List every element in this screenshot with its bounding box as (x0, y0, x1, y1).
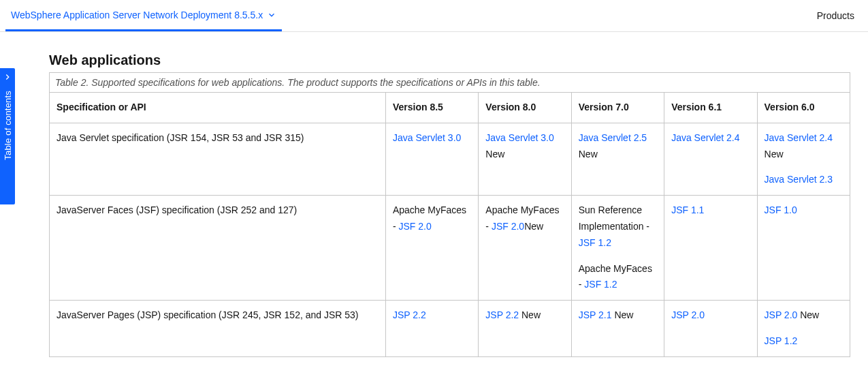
page-content: Web applications Table 2. Supported spec… (0, 32, 868, 381)
spec-link[interactable]: Java Servlet 2.3 (765, 174, 833, 185)
table-cell: JSP 2.1 New (571, 301, 664, 357)
spec-link[interactable]: JSF 1.2 (579, 237, 611, 248)
cell-text: New (797, 309, 819, 320)
spec-link[interactable]: JSP 2.2 (485, 309, 519, 320)
cell-text: New (765, 149, 784, 159)
chevron-right-icon (3, 72, 12, 84)
products-label: Products (817, 10, 854, 21)
version-label: WebSphere Application Server Network Dep… (11, 10, 263, 20)
spec-link[interactable]: JSF 1.1 (671, 204, 704, 215)
spec-link[interactable]: JSF 1.0 (765, 204, 797, 215)
version-selector[interactable]: WebSphere Application Server Network Dep… (5, 0, 282, 31)
cell-block: Java Servlet 3.0 (393, 132, 461, 143)
col-header: Version 6.0 (757, 93, 850, 123)
table-row: Java Servlet specification (JSR 154, JSR… (50, 123, 850, 195)
spec-link[interactable]: Java Servlet 3.0 (393, 132, 461, 143)
cell-text: New (524, 221, 543, 232)
table-cell: Java Servlet 2.4 NewJava Servlet 2.3 (757, 123, 850, 195)
cell-block: Apache MyFaces - JSF 2.0 (393, 204, 466, 232)
cell-block: JSP 2.1 New (579, 309, 634, 320)
table-header-row: Specification or API Version 8.5 Version… (50, 93, 850, 123)
cell-text: New (612, 309, 634, 320)
spec-name-cell: Java Servlet specification (JSR 154, JSR… (50, 123, 386, 195)
spec-link[interactable]: JSF 2.0 (492, 221, 524, 232)
spec-link[interactable]: Java Servlet 2.4 (765, 132, 833, 143)
col-header: Version 6.1 (664, 93, 757, 123)
spec-name-cell: JavaServer Pages (JSP) specification (JS… (50, 301, 386, 357)
cell-block: Java Servlet 2.4 New (765, 130, 843, 163)
spec-link[interactable]: Java Servlet 2.5 (579, 132, 647, 143)
spec-table: Table 2. Supported specifications for we… (49, 72, 850, 357)
cell-block: JSF 1.0 (765, 204, 797, 215)
col-header: Specification or API (50, 93, 386, 123)
cell-block: Java Servlet 2.4 (671, 132, 739, 143)
table-cell: Java Servlet 3.0 New (479, 123, 571, 195)
table-caption: Table 2. Supported specifications for we… (49, 72, 850, 92)
table-cell: Java Servlet 2.5 New (571, 123, 664, 195)
col-header: Version 7.0 (571, 93, 664, 123)
spec-link[interactable]: JSF 2.0 (398, 221, 431, 232)
table-row: JavaServer Faces (JSF) specification (JS… (50, 196, 850, 301)
spec-link[interactable]: JSP 2.2 (393, 309, 426, 320)
cell-block: JSP 2.2 (393, 309, 426, 320)
col-header: Version 8.0 (479, 93, 571, 123)
topbar: WebSphere Application Server Network Dep… (0, 0, 868, 32)
spec-link[interactable]: JSP 2.0 (671, 309, 705, 320)
cell-block: Java Servlet 3.0 New (485, 132, 553, 159)
spec-link[interactable]: JSP 2.1 (579, 309, 612, 320)
table-cell: Java Servlet 3.0 (385, 123, 478, 195)
cell-block: Java Servlet 2.5 New (579, 132, 647, 159)
toc-label: Table of contents (3, 91, 13, 160)
cell-block: JSP 2.0 (671, 309, 705, 320)
spec-link[interactable]: JSF 1.2 (584, 279, 617, 290)
table-cell: JSF 1.0 (757, 196, 850, 301)
table-cell: JSP 2.0 NewJSP 1.2 (757, 301, 850, 357)
table-cell: JSF 1.1 (664, 196, 757, 301)
cell-block: JSP 2.2 New (485, 309, 541, 320)
table-cell: JSP 2.2 New (479, 301, 571, 357)
cell-block: Java Servlet 2.3 (765, 172, 843, 188)
section-title: Web applications (49, 52, 850, 68)
cell-block: Apache MyFaces - JSF 1.2 (579, 261, 657, 294)
cell-block: Apache MyFaces - JSF 2.0New (485, 204, 559, 232)
chevron-down-icon (267, 10, 276, 20)
toc-tab[interactable]: Table of contents (0, 68, 15, 204)
col-header: Version 8.5 (385, 93, 478, 123)
table-cell: Java Servlet 2.4 (664, 123, 757, 195)
table-cell: Apache MyFaces - JSF 2.0New (479, 196, 571, 301)
cell-block: Sun Reference Implementation - JSF 1.2 (579, 202, 657, 251)
cell-text: New (485, 149, 504, 159)
table-cell: Apache MyFaces - JSF 2.0 (385, 196, 478, 301)
spec-link[interactable]: Java Servlet 3.0 (485, 132, 553, 143)
table-cell: JSP 2.0 (664, 301, 757, 357)
products-link[interactable]: Products (817, 10, 854, 21)
spec-link[interactable]: JSP 2.0 (765, 309, 798, 320)
cell-block: JSF 1.1 (671, 204, 704, 215)
cell-block: JSP 1.2 (765, 333, 843, 350)
table-cell: JSP 2.2 (385, 301, 478, 357)
cell-text: New (519, 309, 541, 320)
cell-text: New (579, 149, 598, 159)
cell-text: Sun Reference Implementation - (579, 204, 649, 232)
spec-link[interactable]: JSP 1.2 (765, 335, 798, 346)
table-row: JavaServer Pages (JSP) specification (JS… (50, 301, 850, 357)
spec-link[interactable]: Java Servlet 2.4 (671, 132, 739, 143)
spec-name-cell: JavaServer Faces (JSF) specification (JS… (50, 196, 386, 301)
table-cell: Sun Reference Implementation - JSF 1.2Ap… (571, 196, 664, 301)
cell-block: JSP 2.0 New (765, 307, 843, 324)
